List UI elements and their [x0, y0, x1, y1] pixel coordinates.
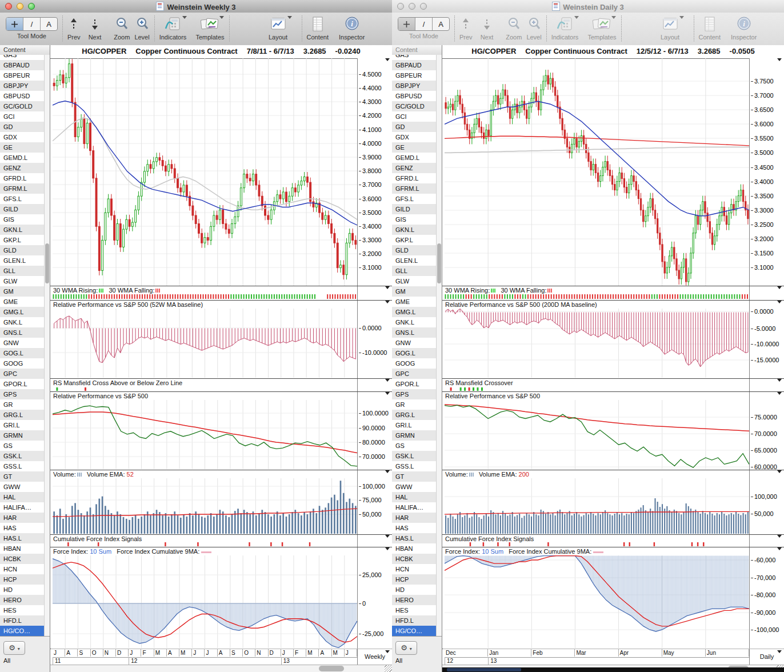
rp-line-pane[interactable]: Relative Performance vs S&P 500 75.00007… — [442, 391, 784, 470]
rp-baseline-pane[interactable]: Relative Performance vs S&P 500 (52W MA … — [50, 300, 392, 378]
pane-disclosure[interactable] — [385, 547, 390, 550]
pane-disclosure[interactable] — [777, 547, 782, 550]
pane-disclosure[interactable] — [777, 286, 782, 289]
sidebar-item[interactable]: HD — [0, 585, 50, 595]
pane-disclosure[interactable] — [777, 58, 782, 61]
sidebar-item[interactable]: HCBK — [392, 554, 442, 564]
sidebar-item[interactable]: HERO — [0, 595, 50, 605]
sidebar-item[interactable]: GT — [0, 471, 50, 482]
sidebar-item[interactable]: GLL — [392, 266, 442, 276]
sidebar-item[interactable]: HBAN — [0, 543, 50, 554]
tool-line-button[interactable]: / — [415, 18, 433, 30]
sidebar-item[interactable]: HAR — [392, 513, 442, 523]
layout-button[interactable]: Layout — [661, 16, 680, 41]
sidebar-item[interactable]: GSS.L — [392, 461, 442, 471]
pane-disclosure[interactable] — [777, 470, 782, 473]
sidebar-item[interactable]: HERO — [392, 595, 442, 605]
sidebar-scrollbar[interactable] — [436, 55, 442, 636]
pane-disclosure[interactable] — [385, 392, 390, 395]
sidebar-item[interactable]: GFS.L — [392, 194, 442, 204]
sidebar-item[interactable]: GOG.L — [392, 348, 442, 358]
pane-disclosure[interactable] — [385, 535, 390, 538]
sidebar-item[interactable]: GMG.L — [392, 307, 442, 317]
next-button[interactable]: Next — [481, 16, 494, 41]
sidebar-item[interactable]: GILD — [392, 204, 442, 214]
sidebar-item[interactable]: GNW — [0, 338, 50, 348]
sidebar-item[interactable]: GIS — [0, 214, 50, 225]
content-button[interactable]: Content — [699, 16, 721, 41]
prev-button[interactable]: Prev — [67, 16, 81, 41]
titlebar[interactable]: Weinstein Weekly 3 — [0, 0, 392, 13]
content-button[interactable]: Content — [307, 16, 329, 41]
sidebar-item[interactable]: HAS.L — [392, 533, 442, 543]
mansfield-pane[interactable]: RS Mansfield Cross Above or Below Zero L… — [50, 378, 392, 391]
sidebar-item[interactable]: GEMD.L — [392, 153, 442, 163]
sidebar-item[interactable]: GDX — [392, 132, 442, 142]
sidebar-item[interactable]: GBPAUD — [392, 60, 442, 70]
sidebar-item[interactable]: GOOG — [0, 358, 50, 369]
sidebar-item[interactable]: GLD — [0, 245, 50, 255]
price-pane[interactable]: 4.50004.40004.30004.20004.10004.00003.90… — [50, 58, 392, 286]
content-column-header[interactable]: Content — [392, 45, 442, 55]
sidebar-item[interactable]: GBPUSD — [392, 91, 442, 101]
sidebar-scroll-thumb[interactable] — [45, 243, 49, 283]
volume-pane[interactable]: Volume: Volume EMA: 200 100,00050,000 — [442, 470, 784, 534]
sidebar-item[interactable]: GNK.L — [392, 317, 442, 327]
zoom-level-button[interactable]: Level — [134, 16, 149, 41]
sidebar-item[interactable]: GMG.L — [0, 307, 50, 317]
sidebar-item[interactable]: GR — [0, 399, 50, 410]
pane-disclosure[interactable] — [385, 58, 390, 61]
sidebar-item[interactable]: HFD.L — [0, 615, 50, 626]
rp-line-pane[interactable]: Relative Performance vs S&P 500 100.0000… — [50, 391, 392, 470]
pane-disclosure[interactable] — [385, 286, 390, 289]
sidebar-item[interactable]: GPC — [392, 369, 442, 379]
inspector-button[interactable]: i Inspector — [339, 16, 365, 41]
sidebar-item[interactable]: GPC — [0, 369, 50, 379]
sidebar-item[interactable]: GAS — [0, 55, 50, 60]
sidebar-item[interactable]: HES — [392, 605, 442, 615]
sidebar-item[interactable]: GLEN.L — [0, 255, 50, 266]
sidebar-item[interactable]: HES — [0, 605, 50, 615]
sidebar-item[interactable]: GBPJPY — [392, 81, 442, 91]
sidebar-item[interactable]: GRI.L — [392, 420, 442, 430]
sidebar-item[interactable]: GRI.L — [0, 420, 50, 430]
sidebar-item[interactable]: GME — [392, 297, 442, 307]
pane-disclosure[interactable] — [777, 392, 782, 395]
actions-gear-button[interactable]: ⚙ ▾ — [395, 641, 417, 655]
sidebar-item[interactable]: GRMN — [0, 430, 50, 441]
sidebar-item[interactable]: HG/CO… — [0, 626, 50, 636]
periodicity-select[interactable]: Daily — [749, 649, 784, 665]
layout-button[interactable]: Layout — [269, 16, 288, 41]
sidebar-item[interactable]: GSK.L — [392, 451, 442, 461]
sidebar-item[interactable]: HAS — [392, 523, 442, 533]
sidebar-item[interactable]: HALIFA… — [0, 502, 50, 513]
sidebar-item[interactable]: HG/CO… — [392, 626, 442, 636]
pane-disclosure[interactable] — [777, 379, 782, 382]
sidebar-item[interactable]: GKN.L — [0, 225, 50, 235]
tool-line-button[interactable]: / — [23, 18, 41, 30]
resize-grip[interactable] — [385, 665, 392, 672]
sidebar-item[interactable]: GME — [0, 297, 50, 307]
sidebar-item[interactable]: GKP.L — [392, 235, 442, 245]
sidebar-item[interactable]: GD — [0, 122, 50, 132]
sidebar-item[interactable]: GT — [392, 471, 442, 482]
volume-pane[interactable]: Volume: Volume EMA: 52 100,00075,00050,0… — [50, 470, 392, 534]
pane-disclosure[interactable] — [777, 535, 782, 538]
sidebar-item[interactable]: HBAN — [392, 543, 442, 554]
sidebar-item[interactable]: HAL — [0, 492, 50, 502]
sidebar-item[interactable]: GENZ — [0, 163, 50, 173]
pane-disclosure[interactable] — [777, 301, 782, 303]
sidebar-item[interactable]: GFRM.L — [392, 183, 442, 194]
sidebar-item[interactable]: GKP.L — [0, 235, 50, 245]
sidebar-item[interactable]: GFS.L — [0, 194, 50, 204]
sidebar-item[interactable]: GPOR.L — [0, 379, 50, 389]
wma-signal-pane[interactable]: 30 WMA Rising: 30 WMA Falling: — [442, 286, 784, 300]
pane-disclosure[interactable] — [385, 301, 390, 303]
sidebar-item[interactable]: GLEN.L — [392, 255, 442, 266]
sidebar-item[interactable]: GS — [0, 441, 50, 451]
sidebar-item[interactable]: GCI — [0, 111, 50, 122]
sidebar-item[interactable]: GIS — [392, 214, 442, 225]
force-index-pane[interactable]: Force Index: 10 Sum Force Index Cumulati… — [50, 547, 392, 649]
sidebar-item[interactable]: GSK.L — [0, 451, 50, 461]
tool-text-button[interactable]: A — [433, 18, 449, 30]
